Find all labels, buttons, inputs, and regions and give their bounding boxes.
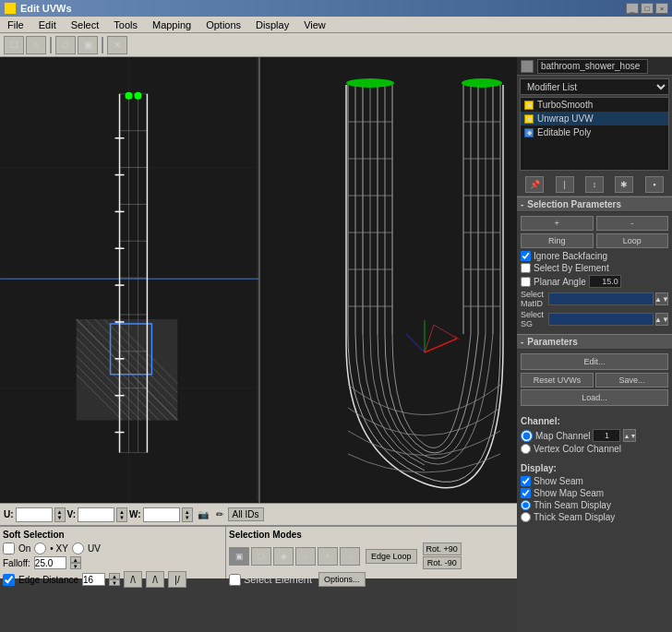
map-channel-radio[interactable] <box>521 430 533 442</box>
v-input[interactable] <box>78 507 114 522</box>
object-color-box[interactable] <box>521 60 534 73</box>
sg-spinner[interactable]: ▲▼ <box>655 313 668 326</box>
svg-point-71 <box>462 78 502 88</box>
modifier-config-icon[interactable]: ✱ <box>615 176 633 193</box>
mat-id-spinner[interactable]: ▲▼ <box>655 292 668 305</box>
w-input[interactable] <box>143 507 180 522</box>
planar-angle-checkbox[interactable] <box>521 277 531 287</box>
menu-options[interactable]: Options <box>200 18 246 31</box>
select-mat-id-input[interactable] <box>548 292 654 305</box>
thick-seam-radio[interactable] <box>521 512 531 522</box>
object-name-input[interactable] <box>537 59 648 74</box>
reset-uvws-button[interactable]: Reset UVWs <box>521 373 594 388</box>
thin-seam-radio[interactable] <box>521 500 531 510</box>
sel-mode-rect[interactable]: ▣ <box>229 547 249 566</box>
modifier-turbosmoooth[interactable]: ◆ TurboSmooth <box>521 98 668 112</box>
modifier-unwrap-uvw[interactable]: ◆ Unwrap UVW <box>521 112 668 125</box>
parameters-header[interactable]: - Parameters <box>517 334 672 350</box>
edge-distance-spinner[interactable]: ▲ ▼ <box>109 573 120 586</box>
maximize-button[interactable]: □ <box>641 3 654 14</box>
v-coordinate-group: V: ▲▼ <box>67 507 127 522</box>
3d-viewport[interactable] <box>260 57 517 503</box>
u-spinner[interactable]: ▲▼ <box>54 507 66 522</box>
options-button[interactable]: Options... <box>318 572 366 587</box>
menu-file[interactable]: File <box>2 18 30 31</box>
sel-mode-minus[interactable]: - <box>340 547 360 566</box>
sel-mode-lasso[interactable]: ⬡ <box>251 547 271 566</box>
falloff-spinner[interactable]: ▲ ▼ <box>70 556 81 569</box>
ignore-backfacing-checkbox[interactable] <box>521 251 531 261</box>
selection-params-body: + - Ring Loop Ignore Backfacing Select B… <box>517 212 672 334</box>
menu-select[interactable]: Select <box>66 18 105 31</box>
show-seam-checkbox[interactable] <box>521 476 531 486</box>
modifier-editable-poly[interactable]: ◆ Editable Poly <box>521 125 668 139</box>
brush-btn-2[interactable]: /\ <box>146 571 164 588</box>
plus-button[interactable]: + <box>521 216 594 231</box>
toolbar-mirror[interactable]: ✕ <box>107 36 127 54</box>
minimize-button[interactable]: _ <box>626 3 639 14</box>
w-spinner[interactable]: ▲▼ <box>182 507 193 522</box>
toolbar-freeform[interactable]: ▣ <box>78 36 98 54</box>
soft-xy-radio[interactable] <box>34 543 46 554</box>
modifier-icon-row: 📌 | ↕ ✱ ▪ <box>517 173 672 197</box>
ring-button[interactable]: Ring <box>521 233 594 248</box>
minus-button[interactable]: - <box>596 216 669 231</box>
pin-icon[interactable]: 📌 <box>525 176 544 193</box>
channel-spinner[interactable]: ▲▼ <box>623 429 636 442</box>
loop-button[interactable]: Loop <box>596 233 669 248</box>
map-channel-input[interactable] <box>593 429 620 442</box>
toolbar-sep-2 <box>102 37 103 54</box>
soft-on-checkbox[interactable] <box>3 543 15 554</box>
vertex-color-radio[interactable] <box>521 444 531 454</box>
menu-display[interactable]: Display <box>250 18 294 31</box>
menu-edit[interactable]: Edit <box>33 18 62 31</box>
menu-tools[interactable]: Tools <box>108 18 143 31</box>
show-map-seam-checkbox[interactable] <box>521 488 531 498</box>
select-sg-input[interactable] <box>548 313 654 326</box>
mod-icon-unwrap: ◆ <box>524 114 534 124</box>
object-name-bar <box>517 57 672 76</box>
toolbar-select[interactable]: ☐ <box>4 36 24 54</box>
modifier-tools-icon[interactable]: ↕ <box>585 176 604 193</box>
brush-btn-1[interactable]: /\ <box>124 571 142 588</box>
modifier-settings-icon[interactable]: ▪ <box>645 176 664 193</box>
selection-params-header[interactable]: - Selection Parameters <box>517 197 672 212</box>
soft-selection-panel: Soft Selection On • XY UV Falloff: ▲ ▼ E… <box>0 527 226 578</box>
all-ids-button[interactable]: All IDs <box>228 507 264 521</box>
uv-coordinate-toolbar: U: ▲▼ V: ▲▼ W: ▲▼ 📷 ✏ All IDs <box>0 503 517 525</box>
toolbar-scale[interactable]: □ <box>55 36 76 54</box>
select-by-element-checkbox[interactable] <box>521 263 531 273</box>
svg-point-70 <box>346 78 394 88</box>
svg-point-34 <box>134 92 141 100</box>
save-button[interactable]: Save... <box>595 373 668 388</box>
load-button[interactable]: Load... <box>521 389 668 406</box>
select-element-checkbox[interactable] <box>229 574 241 586</box>
u-input[interactable] <box>16 507 53 522</box>
sel-mode-plus[interactable]: + <box>318 547 338 566</box>
edge-distance-checkbox[interactable] <box>3 574 15 586</box>
u-coordinate-group: U: ▲▼ <box>4 507 66 522</box>
modifier-list: ◆ TurboSmooth ◆ Unwrap UVW ◆ Editable Po… <box>520 97 669 171</box>
falloff-input[interactable] <box>34 556 66 569</box>
edit-button[interactable]: Edit... <box>521 353 668 370</box>
menu-view[interactable]: View <box>298 18 331 31</box>
toolbar-rotate[interactable]: ○ <box>26 36 46 54</box>
v-spinner[interactable]: ▲▼ <box>116 507 127 522</box>
edge-loop-button[interactable]: Edge Loop <box>366 549 417 564</box>
rot-minus-button[interactable]: Rot. -90 <box>423 556 462 569</box>
soft-uv-radio[interactable] <box>72 543 84 554</box>
rot-plus-button[interactable]: Rot. +90 <box>423 543 462 555</box>
sel-mode-paint[interactable]: ◈ <box>273 547 294 566</box>
menu-mapping[interactable]: Mapping <box>147 18 197 31</box>
planar-angle-input[interactable] <box>589 275 621 288</box>
parameters-body: Edit... Reset UVWs Save... Load... <box>517 350 672 412</box>
window-controls: _ □ × <box>626 3 668 14</box>
display-section: Display: Show Seam Show Map Seam Thin Se… <box>517 459 672 528</box>
modifier-stack-icon[interactable]: | <box>556 176 574 193</box>
close-button[interactable]: × <box>655 3 668 14</box>
sel-mode-circle[interactable]: ○ <box>295 547 316 566</box>
edge-distance-input[interactable] <box>82 573 105 586</box>
brush-btn-3[interactable]: |/ <box>168 571 186 588</box>
main-toolbar: ☐ ○ □ ▣ ✕ <box>0 33 672 57</box>
modifier-dropdown[interactable]: Modifier List <box>520 78 669 95</box>
